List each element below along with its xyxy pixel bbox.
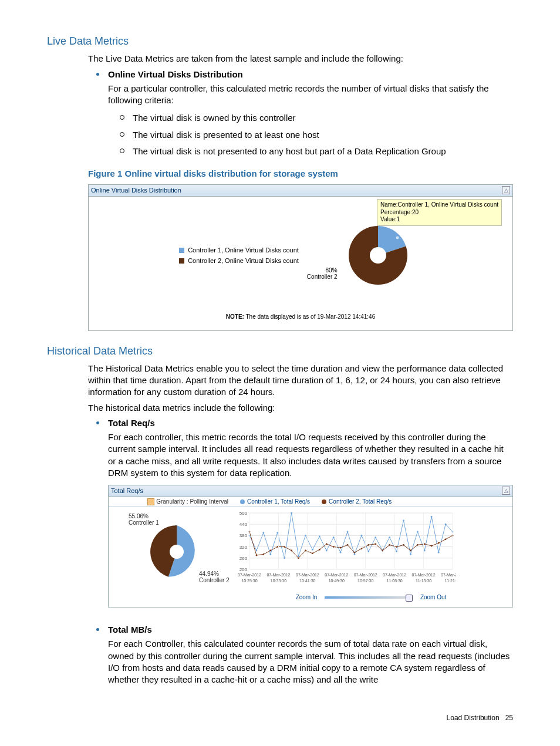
svg-point-21 bbox=[291, 512, 292, 514]
svg-point-36 bbox=[396, 551, 397, 552]
bullet-ovdd: Online Virtual Disks Distribution For a … bbox=[88, 69, 513, 158]
zoom-in-label[interactable]: Zoom In bbox=[296, 594, 318, 600]
figure-1-note: NOTE: The data displayed is as of 19-Mar… bbox=[98, 313, 503, 321]
svg-point-23 bbox=[305, 535, 306, 536]
svg-text:07-Mar-2012: 07-Mar-2012 bbox=[266, 573, 290, 577]
svg-point-58 bbox=[340, 546, 342, 548]
svg-point-55 bbox=[319, 549, 321, 551]
granularity-label: Granularity : Polling Interval bbox=[156, 498, 228, 505]
svg-point-19 bbox=[276, 532, 278, 534]
zoom-out-label[interactable]: Zoom Out bbox=[420, 594, 446, 600]
svg-text:10:33:30: 10:33:30 bbox=[271, 579, 286, 583]
svg-text:07-Mar-2012: 07-Mar-2012 bbox=[325, 573, 348, 577]
svg-point-30 bbox=[354, 553, 356, 555]
svg-text:260: 260 bbox=[239, 555, 248, 561]
svg-text:380: 380 bbox=[239, 533, 248, 538]
figure-2-panel: Total Req/s △ Granularity : Polling Inte… bbox=[108, 485, 513, 607]
svg-point-2 bbox=[170, 545, 184, 559]
svg-point-24 bbox=[312, 549, 313, 551]
svg-point-69 bbox=[417, 544, 419, 546]
slice-label-controller2: 80% Controller 2 bbox=[307, 267, 338, 280]
live-intro: The Live Data Metrics are taken from the… bbox=[88, 53, 513, 65]
svg-point-17 bbox=[262, 532, 264, 534]
svg-text:07-Mar-2012: 07-Mar-2012 bbox=[354, 573, 377, 577]
figure-1-panel: Online Virtual Disks Distribution △ Cont… bbox=[88, 184, 513, 330]
svg-point-47 bbox=[262, 553, 264, 555]
svg-point-49 bbox=[276, 546, 278, 548]
figure-2-titlebar: Total Req/s △ bbox=[109, 485, 512, 497]
bullet-total-reqs: Total Req/s For each controller, this me… bbox=[88, 417, 513, 607]
svg-text:07-Mar-2012: 07-Mar-2012 bbox=[383, 573, 406, 577]
collapse-icon[interactable]: △ bbox=[502, 487, 510, 495]
granularity-icon bbox=[147, 498, 154, 505]
svg-point-48 bbox=[269, 549, 271, 551]
criterion-2: The virtual disk is presented to at leas… bbox=[116, 129, 513, 141]
criterion-3: The virtual disk is not presented to any… bbox=[116, 146, 513, 157]
series-label-1: Controller 1, Total Req/s bbox=[247, 498, 310, 505]
figure-2-title-text: Total Req/s bbox=[111, 487, 143, 494]
svg-text:07-Mar-2012: 07-Mar-2012 bbox=[441, 573, 456, 577]
svg-point-18 bbox=[269, 553, 271, 555]
svg-point-63 bbox=[375, 543, 376, 545]
heading-historical-data-metrics: Historical Data Metrics bbox=[47, 344, 513, 358]
svg-point-54 bbox=[312, 552, 313, 554]
svg-point-42 bbox=[438, 551, 440, 553]
figure-1-caption: Figure 1 Online virtual disks distributi… bbox=[88, 168, 513, 180]
bullet-ovdd-title: Online Virtual Disks Distribution bbox=[108, 69, 513, 80]
svg-point-71 bbox=[431, 545, 433, 546]
total-mbs-desc: For each Controller, this calculated cou… bbox=[108, 638, 513, 686]
svg-text:500: 500 bbox=[239, 511, 248, 516]
svg-point-53 bbox=[305, 549, 306, 551]
legend-label-1: Controller 1, Online Virtual Disks count bbox=[188, 247, 299, 254]
heading-live-data-metrics: Live Data Metrics bbox=[47, 34, 513, 48]
svg-point-31 bbox=[360, 535, 362, 536]
svg-point-33 bbox=[375, 536, 376, 538]
figure-2-header-row: Granularity : Polling Interval Controlle… bbox=[109, 497, 512, 507]
legend-swatch-brown bbox=[179, 258, 184, 264]
svg-point-41 bbox=[431, 516, 433, 518]
svg-point-60 bbox=[354, 551, 356, 553]
bullet-ovdd-desc: For a particular controller, this calcul… bbox=[108, 83, 513, 107]
svg-text:11:13:30: 11:13:30 bbox=[416, 579, 431, 583]
svg-point-51 bbox=[291, 549, 292, 551]
zoom-thumb[interactable] bbox=[406, 595, 413, 602]
svg-point-16 bbox=[256, 549, 258, 551]
bullet-total-mbs: Total MB/s For each Controller, this cal… bbox=[88, 624, 513, 686]
svg-point-25 bbox=[319, 535, 321, 537]
svg-text:11:05:30: 11:05:30 bbox=[387, 579, 403, 583]
svg-point-38 bbox=[410, 553, 411, 555]
svg-point-20 bbox=[284, 557, 285, 559]
svg-point-0 bbox=[370, 247, 386, 264]
svg-point-65 bbox=[389, 544, 390, 546]
svg-point-70 bbox=[424, 543, 426, 545]
figure-2-pie: 55.06%Controller 1 44.94%Controller 2 bbox=[112, 509, 230, 592]
svg-text:07-Mar-2012: 07-Mar-2012 bbox=[412, 573, 436, 577]
svg-point-29 bbox=[347, 531, 349, 532]
svg-point-67 bbox=[403, 544, 404, 546]
svg-text:11:21:30: 11:21:30 bbox=[444, 579, 456, 583]
svg-text:440: 440 bbox=[239, 522, 248, 527]
figure-1-title-text: Online Virtual Disks Distribution bbox=[91, 187, 181, 194]
svg-text:07-Mar-2012: 07-Mar-2012 bbox=[238, 573, 261, 577]
criterion-1: The virtual disk is owned by this contro… bbox=[116, 112, 513, 124]
svg-point-39 bbox=[417, 531, 419, 532]
svg-point-22 bbox=[298, 555, 299, 557]
svg-text:10:25:30: 10:25:30 bbox=[241, 579, 257, 583]
svg-point-64 bbox=[382, 549, 383, 551]
zoom-slider[interactable] bbox=[325, 596, 413, 599]
svg-point-35 bbox=[389, 536, 390, 538]
svg-text:10:41:30: 10:41:30 bbox=[299, 579, 315, 583]
figure-1-legend: Controller 1, Online Virtual Disks count… bbox=[179, 244, 299, 267]
svg-text:10:49:30: 10:49:30 bbox=[329, 579, 345, 583]
legend-swatch-blue bbox=[179, 248, 184, 253]
collapse-icon[interactable]: △ bbox=[502, 186, 510, 194]
svg-text:07-Mar-2012: 07-Mar-2012 bbox=[296, 573, 319, 577]
svg-point-32 bbox=[367, 551, 369, 552]
svg-point-57 bbox=[333, 546, 335, 548]
svg-text:320: 320 bbox=[239, 544, 248, 549]
svg-point-73 bbox=[445, 538, 447, 540]
hist-para-2: The historical data metrics include the … bbox=[88, 402, 513, 414]
svg-point-52 bbox=[298, 557, 299, 559]
svg-point-62 bbox=[367, 544, 369, 546]
figure-1-pie: 80% Controller 2 bbox=[322, 214, 422, 296]
